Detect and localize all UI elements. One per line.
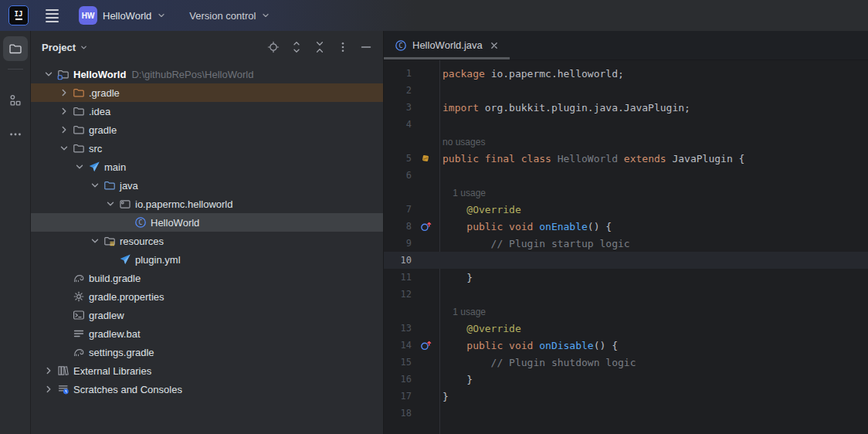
line-number[interactable]: 5 bbox=[384, 153, 412, 164]
gear-icon bbox=[71, 290, 86, 303]
tree-item--gradle[interactable]: .gradle bbox=[31, 83, 383, 102]
line-number[interactable]: 3 bbox=[384, 102, 412, 113]
code-line-15[interactable]: 15 // Plugin shutdown logic bbox=[384, 354, 868, 371]
code-line-1[interactable]: 1package io.papermc.helloworld; bbox=[384, 65, 868, 82]
chevron-right-icon[interactable] bbox=[57, 87, 71, 98]
code-line-18[interactable]: 18 bbox=[384, 405, 868, 422]
vcs-widget[interactable]: Version control bbox=[189, 10, 270, 22]
code-line-16[interactable]: 16 } bbox=[384, 371, 868, 388]
line-number[interactable]: 15 bbox=[384, 357, 412, 368]
line-number[interactable]: 13 bbox=[384, 323, 412, 334]
line-number[interactable]: 8 bbox=[384, 221, 412, 232]
gutter-spacer bbox=[412, 252, 439, 269]
code-text: // Plugin shutdown logic bbox=[439, 357, 636, 368]
structure-icon[interactable] bbox=[3, 88, 28, 113]
tree-item-label: HelloWorld bbox=[151, 217, 199, 229]
code-editor[interactable]: 1package io.papermc.helloworld;23import … bbox=[384, 60, 868, 434]
code-line-6[interactable]: 6 bbox=[384, 167, 868, 184]
tree-item-helloworld[interactable]: HelloWorldD:\githubRePos\HelloWorld bbox=[31, 65, 383, 83]
chevron-down-icon[interactable] bbox=[103, 198, 117, 209]
hide-icon[interactable] bbox=[357, 38, 375, 56]
tree-item-java[interactable]: java bbox=[31, 176, 383, 195]
plugin-gutter-icon[interactable] bbox=[412, 150, 439, 167]
tree-item-main[interactable]: main bbox=[31, 158, 383, 176]
code-line-2[interactable]: 2 bbox=[384, 82, 868, 99]
tree-item-gradlew-bat[interactable]: gradlew.bat bbox=[31, 324, 383, 343]
inlay-hint-line[interactable]: 1 usage bbox=[384, 184, 868, 201]
line-number[interactable]: 4 bbox=[384, 119, 412, 130]
tree-item-io-papermc-helloworld[interactable]: io.papermc.helloworld bbox=[31, 195, 383, 213]
code-text: no usages bbox=[439, 136, 485, 147]
line-number[interactable]: 9 bbox=[384, 238, 412, 249]
line-number[interactable]: 12 bbox=[384, 289, 412, 300]
code-line-12[interactable]: 12 bbox=[384, 286, 868, 303]
collapse-all-icon[interactable] bbox=[310, 38, 329, 56]
tree-item-scratches-and-consoles[interactable]: Scratches and Consoles bbox=[31, 380, 383, 398]
tree-item-resources[interactable]: resources bbox=[31, 232, 383, 250]
tree-item-gradle[interactable]: gradle bbox=[31, 120, 383, 139]
locate-icon[interactable] bbox=[264, 38, 283, 56]
more-tools-icon[interactable] bbox=[3, 122, 28, 147]
line-number[interactable]: 14 bbox=[384, 340, 412, 351]
chevron-down-icon[interactable] bbox=[88, 236, 102, 246]
code-line-4[interactable]: 4 bbox=[384, 116, 868, 133]
chevron-down-icon[interactable] bbox=[57, 143, 71, 154]
override-gutter-icon[interactable] bbox=[412, 337, 439, 354]
code-line-11[interactable]: 11 } bbox=[384, 269, 868, 286]
line-number[interactable]: 17 bbox=[384, 391, 412, 402]
project-folder-icon[interactable] bbox=[3, 36, 28, 61]
gutter-spacer bbox=[412, 201, 439, 218]
line-number[interactable]: 7 bbox=[384, 204, 412, 215]
gutter-spacer bbox=[412, 371, 439, 388]
tree-item-build-gradle[interactable]: build.gradle bbox=[31, 269, 383, 287]
code-line-9[interactable]: 9 // Plugin startup logic bbox=[384, 235, 868, 252]
code-line-14[interactable]: 14 public void onDisable() { bbox=[384, 337, 868, 354]
chevron-right-icon[interactable] bbox=[57, 124, 71, 135]
tree-item-helloworld[interactable]: CHelloWorld bbox=[31, 213, 383, 232]
code-line-3[interactable]: 3import org.bukkit.plugin.java.JavaPlugi… bbox=[384, 99, 868, 116]
chevron-right-icon[interactable] bbox=[42, 365, 56, 376]
line-number[interactable]: 6 bbox=[384, 170, 412, 181]
override-gutter-icon[interactable] bbox=[412, 218, 439, 235]
main-menu-icon[interactable] bbox=[46, 9, 59, 22]
line-number[interactable]: 1 bbox=[384, 68, 412, 79]
tree-item-settings-gradle[interactable]: settings.gradle bbox=[31, 343, 383, 361]
code-line-5[interactable]: 5public final class HelloWorld extends J… bbox=[384, 150, 868, 167]
inlay-hint-line[interactable]: no usages bbox=[384, 133, 868, 150]
code-line-10[interactable]: 10 bbox=[384, 252, 868, 269]
line-number[interactable]: 10 bbox=[384, 255, 412, 266]
close-icon[interactable] bbox=[488, 39, 500, 52]
code-line-8[interactable]: 8 public void onEnable() { bbox=[384, 218, 868, 235]
code-line-13[interactable]: 13 @Override bbox=[384, 320, 868, 337]
line-number[interactable]: 16 bbox=[384, 374, 412, 385]
tree-item-label: settings.gradle bbox=[89, 347, 154, 358]
gutter-spacer bbox=[412, 116, 439, 133]
inlay-hint-line[interactable]: 1 usage bbox=[384, 303, 868, 320]
tree-item-plugin-yml[interactable]: plugin.yml bbox=[31, 250, 383, 269]
chevron-down-icon[interactable] bbox=[42, 69, 56, 80]
tree-item-external-libraries[interactable]: External Libraries bbox=[31, 361, 383, 380]
editor-tab-helloworld-java[interactable]: C HelloWorld.java bbox=[384, 31, 510, 59]
project-widget[interactable]: HW HelloWorld bbox=[79, 6, 166, 25]
chevron-down-icon[interactable] bbox=[88, 180, 102, 191]
code-line-7[interactable]: 7 @Override bbox=[384, 201, 868, 218]
stripe-divider bbox=[8, 69, 23, 70]
project-panel: Project HelloWorldD:\githubRePos\HelloWo… bbox=[31, 31, 384, 434]
code-text: } bbox=[439, 391, 449, 402]
line-number[interactable]: 18 bbox=[384, 408, 412, 419]
tree-item-label: Scratches and Consoles bbox=[73, 384, 182, 395]
code-text: package io.papermc.helloworld; bbox=[439, 68, 624, 80]
tree-item-src[interactable]: src bbox=[31, 139, 383, 158]
line-number[interactable]: 11 bbox=[384, 272, 412, 283]
chevron-down-icon[interactable] bbox=[73, 161, 86, 172]
tree-item-gradle-properties[interactable]: gradle.properties bbox=[31, 287, 383, 306]
chevron-right-icon[interactable] bbox=[57, 106, 71, 117]
more-icon[interactable] bbox=[334, 38, 352, 56]
chevron-right-icon[interactable] bbox=[42, 384, 56, 395]
expand-all-icon[interactable] bbox=[287, 38, 306, 56]
tree-item--idea[interactable]: .idea bbox=[31, 102, 383, 120]
line-number[interactable]: 2 bbox=[384, 85, 412, 96]
tree-item-gradlew[interactable]: gradlew bbox=[31, 306, 383, 324]
project-view-selector[interactable]: Project bbox=[42, 42, 88, 53]
code-line-17[interactable]: 17} bbox=[384, 388, 868, 405]
